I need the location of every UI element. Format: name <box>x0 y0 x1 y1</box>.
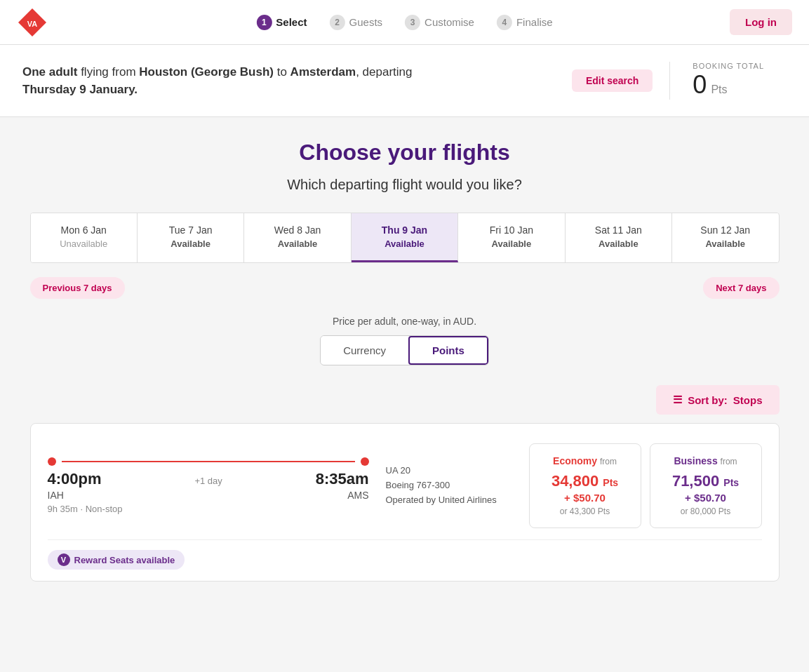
economy-pts-main: 34,800 Pts <box>544 472 627 490</box>
sort-icon: ☰ <box>673 394 682 406</box>
dest-code: AMS <box>347 490 368 501</box>
business-pts-main: 71,500 Pts <box>664 472 747 490</box>
economy-from-word: from <box>600 457 617 466</box>
day-tab-wed[interactable]: Wed 8 Jan Available <box>244 213 351 262</box>
flight-line <box>62 461 355 462</box>
tab-date-thu: Thu 9 Jan <box>357 224 452 236</box>
virgin-australia-logo: VA <box>17 7 48 38</box>
operator: Operated by United Airlines <box>386 493 512 508</box>
login-button[interactable]: Log in <box>730 9 792 35</box>
reward-v-icon: V <box>58 553 70 566</box>
origin-city: Houston (George Bush) <box>139 65 274 79</box>
logo-area: VA <box>17 7 48 38</box>
summary-flying: flying from <box>77 65 139 79</box>
business-plus-fee: + $50.70 <box>664 492 747 504</box>
tab-date-sat: Sat 11 Jan <box>571 224 666 236</box>
tab-date-wed: Wed 8 Jan <box>250 224 345 236</box>
tab-status-tue: Available <box>143 238 238 249</box>
main-content: Choose your flights Which departing flig… <box>19 117 791 612</box>
flight-stops: Non-stop <box>86 504 123 514</box>
tab-status-sat: Available <box>571 238 666 249</box>
day-tab-sun[interactable]: Sun 12 Jan Available <box>672 213 778 262</box>
business-pts-unit: Pts <box>723 477 739 488</box>
tab-status-sun: Available <box>678 238 773 249</box>
sort-bar: ☰ Sort by: Stops <box>30 385 780 415</box>
search-summary-bar: One adult flying from Houston (George Bu… <box>0 45 809 117</box>
business-label: Business from <box>664 455 747 466</box>
arrive-dot <box>361 457 369 466</box>
flight-duration: 9h 35m <box>48 504 78 514</box>
step-4-label: Finalise <box>516 16 553 28</box>
flight-route: 4:00pm +1 day 8:35am IAH AMS 9h 35m · No… <box>48 457 369 514</box>
flight-info: UA 20 Boeing 767-300 Operated by United … <box>386 464 512 507</box>
step-customise[interactable]: 3 Customise <box>405 15 474 30</box>
economy-price-card[interactable]: Economy from 34,800 Pts + $50.70 or 43,3… <box>529 443 641 528</box>
flight-card: 4:00pm +1 day 8:35am IAH AMS 9h 35m · No… <box>30 423 780 582</box>
page-subtitle: Which departing flight would you like? <box>30 177 780 193</box>
tab-status-fri: Available <box>464 238 559 249</box>
edit-search-button[interactable]: Edit search <box>572 69 653 92</box>
price-toggle-row: Currency Points <box>30 335 780 365</box>
economy-label-text: Economy <box>553 455 597 466</box>
booking-total-pts: Pts <box>711 83 727 96</box>
day-tab-sat[interactable]: Sat 11 Jan Available <box>566 213 672 262</box>
tab-status-thu: Available <box>357 238 452 249</box>
business-price-card[interactable]: Business from 71,500 Pts + $50.70 or 80,… <box>650 443 762 528</box>
day-tab-fri[interactable]: Fri 10 Jan Available <box>458 213 565 262</box>
booking-total-value: 0 Pts <box>693 70 727 100</box>
business-from-word: from <box>721 457 737 466</box>
points-toggle-button[interactable]: Points <box>408 336 488 365</box>
day-tab-thu[interactable]: Thu 9 Jan Available <box>352 213 458 262</box>
business-label-text: Business <box>674 455 717 466</box>
sort-value: Stops <box>733 394 763 406</box>
price-info-text: Price per adult, one-way, in AUD. <box>30 316 780 327</box>
step-3-num: 3 <box>405 15 420 30</box>
passenger-count: One adult <box>22 65 77 79</box>
search-summary-text: One adult flying from Houston (George Bu… <box>22 63 572 99</box>
day-tab-tue[interactable]: Tue 7 Jan Available <box>138 213 244 262</box>
economy-pts-value: 34,800 <box>551 472 599 490</box>
plus-day: +1 day <box>194 476 222 486</box>
business-pts-value: 71,500 <box>672 472 719 490</box>
step-finalise[interactable]: 4 Finalise <box>497 15 553 30</box>
step-3-label: Customise <box>424 16 474 28</box>
day-tab-mon[interactable]: Mon 6 Jan Unavailable <box>31 213 138 262</box>
step-guests[interactable]: 2 Guests <box>330 15 383 30</box>
tab-date-mon: Mon 6 Jan <box>36 224 131 236</box>
economy-pts-unit: Pts <box>603 477 618 488</box>
step-select[interactable]: 1 Select <box>256 15 307 30</box>
depart-time: 4:00pm <box>48 470 102 488</box>
reward-seats-label: Reward Seats available <box>74 555 175 565</box>
economy-or-pts: or 43,300 Pts <box>544 506 627 516</box>
tab-status-wed: Available <box>250 238 345 249</box>
flight-main-row: 4:00pm +1 day 8:35am IAH AMS 9h 35m · No… <box>48 443 762 528</box>
aircraft-type: Boeing 767-300 <box>386 478 512 493</box>
tab-status-mon: Unavailable <box>36 238 131 249</box>
next-7-days-button[interactable]: Next 7 days <box>703 277 779 299</box>
reward-seats-row: V Reward Seats available <box>48 539 762 570</box>
arrive-time: 8:35am <box>316 470 369 488</box>
day-tabs: Mon 6 Jan Unavailable Tue 7 Jan Availabl… <box>30 213 780 263</box>
summary-departing: , departing <box>356 65 412 79</box>
booking-total-section: BOOKING TOTAL 0 Pts <box>669 62 787 100</box>
booking-total-number: 0 <box>693 70 707 100</box>
business-or-pts: or 80,000 Pts <box>664 506 747 516</box>
reward-seats-badge: V Reward Seats available <box>48 550 185 570</box>
step-4-num: 4 <box>497 15 512 30</box>
flight-number: UA 20 <box>386 464 512 478</box>
tab-date-sun: Sun 12 Jan <box>678 224 773 236</box>
step-1-num: 1 <box>256 15 272 30</box>
page-title: Choose your flights <box>30 140 780 166</box>
step-2-label: Guests <box>349 16 383 28</box>
sort-button[interactable]: ☰ Sort by: Stops <box>656 385 779 415</box>
svg-text:VA: VA <box>27 20 38 28</box>
step-2-num: 2 <box>330 15 345 30</box>
tab-date-tue: Tue 7 Jan <box>143 224 238 236</box>
previous-7-days-button[interactable]: Previous 7 days <box>30 277 125 299</box>
sort-label: Sort by: <box>688 394 728 406</box>
currency-toggle-button[interactable]: Currency <box>321 336 408 365</box>
origin-code: IAH <box>48 490 64 501</box>
flight-timeline <box>48 457 369 466</box>
step-1-label: Select <box>276 16 307 28</box>
destination-city: Amsterdam <box>290 65 356 79</box>
